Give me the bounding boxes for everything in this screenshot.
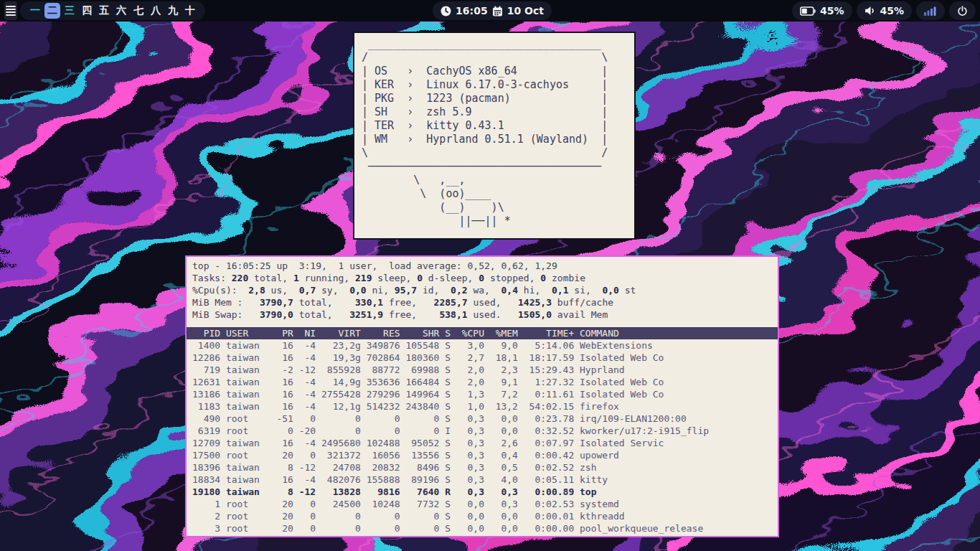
workspace-button[interactable]: 九 [165, 3, 181, 19]
process-row: 490 root -51 0 0 0 0 S 0,3 0,0 0:23.78 i… [192, 413, 772, 425]
network-signal-icon [924, 6, 937, 16]
top-summary-line: Tasks: 220 total, 1 running, 219 sleep, … [192, 272, 772, 284]
bar-right-modules: 45% 45% [552, 1, 976, 20]
summary-table-gap [192, 321, 772, 327]
process-row: 18396 taiwan 8 -12 24708 20832 8496 S 0,… [192, 461, 772, 474]
workspace-button[interactable]: 一 [27, 3, 43, 19]
clock-icon [440, 6, 451, 17]
process-row: 2 root 20 0 0 0 0 S 0,0 0,0 0:00.01 kthr… [192, 510, 772, 522]
clock-time: 16:05 [456, 5, 488, 17]
process-row: 1400 taiwan 16 -4 23,2g 349876 105548 S … [192, 339, 772, 352]
power-widget[interactable] [949, 1, 976, 20]
clock-date: 10 Oct [507, 5, 544, 17]
battery-widget[interactable]: 45% [792, 1, 852, 20]
top-summary-line: MiB Mem : 3790,7 total, 330,1 free, 2285… [192, 296, 772, 309]
workspace-button[interactable]: 四 [79, 3, 95, 19]
top-summary-line: top - 16:05:25 up 3:19, 1 user, load ave… [192, 260, 772, 272]
process-row: 18834 taiwan 16 -4 482076 155888 89196 S… [192, 474, 772, 486]
workspace-button[interactable]: 六 [113, 3, 129, 19]
process-row: 1 root 20 0 24500 10248 7732 S 0,0 0,3 0… [192, 498, 772, 510]
process-row: 6319 root 0 -20 0 0 0 I 0,3 0,0 0:32.52 … [192, 425, 772, 437]
process-table: 1400 taiwan 16 -4 23,2g 349876 105548 S … [192, 339, 772, 534]
calendar-icon [492, 6, 503, 17]
workspace-button[interactable]: 十 [182, 3, 198, 19]
process-row: 13186 taiwan 16 -4 2755428 279296 149964… [192, 388, 772, 400]
workspace-button[interactable]: 三 [62, 3, 77, 19]
fetch-speech-bubble: ____________________________________ / \… [362, 37, 627, 174]
speaker-icon [864, 6, 876, 16]
workspace-button[interactable]: 二 [44, 3, 60, 19]
workspace-button[interactable]: 七 [131, 3, 146, 19]
top-terminal-window[interactable]: top - 16:05:25 up 3:19, 1 user, load ave… [185, 255, 779, 537]
process-row: 19180 taiwan 8 -12 13828 9816 7640 R 0,3… [192, 486, 772, 498]
process-row: 12631 taiwan 16 -4 14,9g 353636 166484 S… [192, 376, 772, 388]
workspaces: 一二三四五六七八九十 [20, 1, 205, 20]
battery-percent: 45% [820, 5, 844, 17]
bar-left-modules: 一二三四五六七八九十 [4, 1, 428, 20]
power-icon [957, 6, 968, 17]
battery-icon [800, 6, 816, 16]
volume-percent: 45% [880, 5, 905, 17]
top-summary: top - 16:05:25 up 3:19, 1 user, load ave… [192, 260, 772, 321]
process-row: 719 taiwan -2 -12 855928 88772 69988 S 2… [192, 364, 772, 376]
process-row: 17500 root 20 0 321372 16056 13556 S 0,3… [192, 449, 772, 461]
menu-icon[interactable] [4, 1, 17, 20]
top-summary-line: MiB Swap: 3790,0 total, 3251,9 free, 538… [192, 309, 772, 321]
status-bar: 一二三四五六七八九十 16:05 10 Oct [0, 0, 980, 22]
workspace-button[interactable]: 八 [148, 3, 164, 19]
workspace-button[interactable]: 五 [96, 3, 112, 19]
top-summary-line: %Cpu(s): 2,8 us, 0,7 sy, 0,0 ni, 95,7 id… [192, 284, 772, 296]
process-row: 1183 taiwan 16 -4 12,1g 514232 243840 S … [192, 400, 772, 413]
cow-ascii-art: \ ,__, \ (oo)____ (__) )\ ||──|| * [362, 174, 627, 228]
process-row: 12286 taiwan 16 -4 19,3g 702864 180360 S… [192, 352, 772, 364]
bar-center-modules: 16:05 10 Oct [428, 1, 552, 20]
process-table-header: PID USER PR NI VIRT RES SHR S %CPU %MEM … [187, 327, 778, 339]
volume-widget[interactable]: 45% [857, 1, 913, 20]
process-row: 12709 taiwan 16 -4 2495680 102488 95052 … [192, 437, 772, 449]
clock-widget[interactable]: 16:05 10 Oct [433, 1, 552, 20]
fetch-terminal-window[interactable]: ____________________________________ / \… [353, 32, 636, 240]
process-row: 3 root 20 0 0 0 0 S 0,0 0,0 0:00.00 pool… [192, 522, 772, 534]
network-widget[interactable] [916, 1, 945, 20]
